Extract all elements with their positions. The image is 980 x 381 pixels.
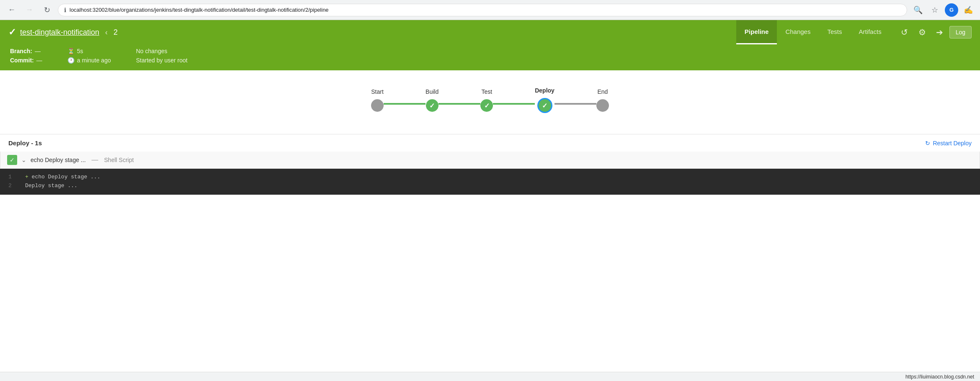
connector-start-build bbox=[384, 103, 426, 105]
stage-build-circle: ✓ bbox=[426, 99, 438, 112]
settings-button[interactable]: ⚙ bbox=[914, 24, 930, 40]
restart-deploy-button[interactable]: ↻ Restart Deploy bbox=[925, 140, 972, 147]
nav-artifacts[interactable]: Artifacts bbox=[850, 20, 890, 44]
deploy-section: Deploy - 1s ↻ Restart Deploy ✓ ⌄ echo De… bbox=[0, 134, 980, 195]
restart-deploy-label: Restart Deploy bbox=[933, 140, 972, 147]
main-nav: Pipeline Changes Tests Artifacts bbox=[736, 20, 890, 44]
connector-deploy-end bbox=[554, 103, 596, 105]
build-number: 2 bbox=[113, 28, 118, 37]
meta-bar: Branch: — Commit: — ⏳ 5s 🕐 a minute ago … bbox=[0, 44, 980, 70]
build-check-icon: ✓ bbox=[429, 102, 435, 110]
step-name: echo Deploy stage ... bbox=[31, 157, 86, 163]
step-type: Shell Script bbox=[104, 157, 134, 163]
star-icon[interactable]: ☆ bbox=[928, 3, 941, 17]
stage-build[interactable]: Build ✓ bbox=[426, 88, 438, 112]
step-expand-icon: ⌄ bbox=[21, 157, 26, 163]
back-button[interactable]: ← bbox=[5, 3, 18, 17]
test-check-icon: ✓ bbox=[484, 102, 490, 110]
step-row[interactable]: ✓ ⌄ echo Deploy stage ... — Shell Script bbox=[0, 152, 980, 169]
commit-value: — bbox=[36, 57, 42, 64]
header-actions: ↺ ⚙ ➔ Log bbox=[897, 24, 972, 40]
changes-group: No changes Started by user root bbox=[136, 48, 188, 64]
step-success-indicator: ✓ bbox=[7, 155, 17, 165]
address-bar[interactable]: ℹ localhost:32002/blue/organizations/jen… bbox=[58, 4, 907, 16]
profile-button[interactable]: G bbox=[945, 3, 958, 17]
stage-test[interactable]: Test ✓ bbox=[480, 88, 493, 112]
stage-test-circle: ✓ bbox=[480, 99, 493, 112]
log-line-2: 2 Deploy stage ... bbox=[8, 182, 972, 190]
step-dash: — bbox=[92, 156, 98, 164]
plus-sign: + bbox=[25, 174, 28, 180]
browser-actions: 🔍 ☆ G ✍ bbox=[911, 3, 975, 17]
stage-test-label: Test bbox=[481, 88, 492, 95]
branch-label: Branch: bbox=[10, 48, 32, 54]
reload-button[interactable]: ↻ bbox=[40, 3, 54, 17]
branch-commit-group: Branch: — Commit: — bbox=[10, 48, 42, 64]
log-line-1: 1 + echo Deploy stage ... bbox=[8, 173, 972, 182]
stage-end-label: End bbox=[597, 88, 608, 95]
stage-start[interactable]: Start bbox=[371, 88, 384, 112]
connector-test-deploy bbox=[493, 103, 535, 105]
log-line-content-2: Deploy stage ... bbox=[25, 182, 77, 190]
build-separator: ‹ bbox=[105, 28, 108, 37]
restart-icon: ↻ bbox=[925, 140, 930, 147]
deploy-title: Deploy - 1s bbox=[8, 139, 42, 147]
stage-deploy[interactable]: Deploy ✓ bbox=[535, 87, 554, 113]
search-icon[interactable]: 🔍 bbox=[911, 3, 925, 17]
deploy-header: Deploy - 1s ↻ Restart Deploy bbox=[0, 134, 980, 152]
duration-value: 5s bbox=[77, 48, 83, 54]
forward-button[interactable]: → bbox=[23, 3, 36, 17]
stage-build-label: Build bbox=[426, 88, 438, 95]
pipeline-area: Start Build ✓ Test ✓ Deploy ✓ bbox=[0, 70, 980, 134]
log-output: 1 + echo Deploy stage ... 2 Deploy stage… bbox=[0, 169, 980, 195]
deploy-check-icon: ✓ bbox=[542, 102, 547, 110]
reload-build-button[interactable]: ↺ bbox=[897, 24, 913, 40]
url-text: localhost:32002/blue/organizations/jenki… bbox=[70, 7, 901, 13]
title-area: ✓ test-dingtalk-notification ‹ 2 bbox=[8, 27, 736, 38]
success-check-icon: ✓ bbox=[8, 27, 16, 38]
started-by-text: Started by user root bbox=[136, 57, 188, 64]
log-button[interactable]: Log bbox=[949, 26, 972, 39]
time-ago-value: a minute ago bbox=[77, 57, 111, 64]
no-changes-text: No changes bbox=[136, 48, 188, 54]
duration-item: ⏳ 5s bbox=[67, 48, 111, 54]
log-line-num-1: 1 bbox=[8, 173, 17, 182]
step-check-icon: ✓ bbox=[10, 157, 15, 163]
log-line-num-2: 2 bbox=[8, 182, 17, 190]
stage-end[interactable]: End bbox=[596, 88, 609, 112]
time-group: ⏳ 5s 🕐 a minute ago bbox=[67, 48, 111, 64]
commit-label: Commit: bbox=[10, 57, 34, 64]
clock-icon: ⏳ bbox=[67, 48, 75, 54]
stage-end-circle bbox=[596, 99, 609, 112]
stage-start-label: Start bbox=[371, 88, 384, 95]
branch-value: — bbox=[35, 48, 41, 54]
browser-chrome: ← → ↻ ℹ localhost:32002/blue/organizatio… bbox=[0, 0, 980, 20]
extensions-icon[interactable]: ✍ bbox=[962, 3, 975, 17]
commit-item: Commit: — bbox=[10, 57, 42, 64]
stage-deploy-circle: ✓ bbox=[537, 98, 552, 113]
time-icon: 🕐 bbox=[67, 57, 75, 64]
branch-item: Branch: — bbox=[10, 48, 42, 54]
jenkins-header: ✓ test-dingtalk-notification ‹ 2 Pipelin… bbox=[0, 20, 980, 44]
nav-pipeline[interactable]: Pipeline bbox=[736, 20, 777, 44]
log-line-content-1: + echo Deploy stage ... bbox=[25, 173, 100, 182]
stage-flow: Start Build ✓ Test ✓ Deploy ✓ bbox=[371, 87, 609, 113]
lock-icon: ℹ bbox=[64, 7, 66, 13]
stage-start-circle bbox=[371, 99, 384, 112]
nav-changes[interactable]: Changes bbox=[777, 20, 819, 44]
time-ago-item: 🕐 a minute ago bbox=[67, 57, 111, 64]
nav-tests[interactable]: Tests bbox=[819, 20, 850, 44]
signout-button[interactable]: ➔ bbox=[932, 24, 948, 40]
stage-deploy-label: Deploy bbox=[535, 87, 554, 94]
pipeline-name-link[interactable]: test-dingtalk-notification bbox=[20, 28, 99, 37]
connector-build-test bbox=[438, 103, 480, 105]
